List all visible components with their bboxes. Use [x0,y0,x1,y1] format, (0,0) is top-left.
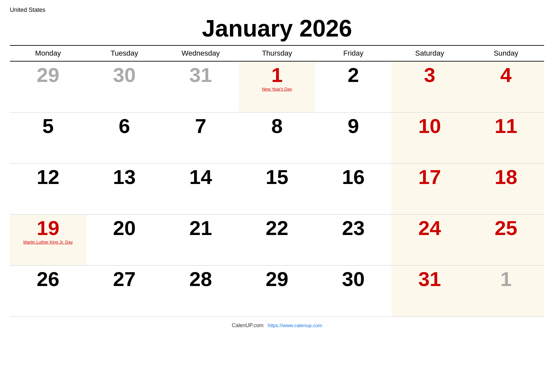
footer-url[interactable]: https://www.calenup.com [268,323,322,328]
day-number: 14 [189,167,212,187]
day-number: 13 [113,167,136,187]
day-number: 9 [348,116,359,136]
day-number: 19 [37,218,60,238]
day-number: 28 [189,269,212,289]
day-number: 30 [342,269,365,289]
day-number: 4 [500,65,512,85]
calendar-cell: 21 [163,214,239,265]
calendar-cell: 31 [391,265,468,316]
month-title: January 2026 [10,15,544,42]
calendar-cell: 19Martin Luther King Jr. Day [10,214,86,265]
calendar-cell: 10 [391,112,468,163]
calendar-cell: 28 [163,265,239,316]
calendar-table: MondayTuesdayWednesdayThursdayFridaySatu… [10,45,544,317]
day-of-week-header: Monday [10,45,86,61]
calendar-cell: 24 [391,214,468,265]
day-of-week-header: Friday [315,45,391,61]
calendar-cell: 7 [163,112,239,163]
calendar-cell: 29 [10,61,86,112]
calendar-week-row: 567891011 [10,112,544,163]
day-number: 7 [195,116,206,136]
calendar-cell: 9 [315,112,391,163]
calendar-cell: 12 [10,163,86,214]
calendar-cell: 8 [239,112,315,163]
calendar-cell: 25 [468,214,544,265]
calendar-cell: 29 [239,265,315,316]
day-number: 27 [113,269,136,289]
calendar-cell: 27 [86,265,163,316]
footer: CalenUP.com https://www.calenup.com [10,323,544,328]
day-number: 26 [37,269,60,289]
day-number: 30 [113,65,136,85]
calendar-week-row: 2627282930311 [10,265,544,316]
day-number: 23 [342,218,365,238]
day-header-row: MondayTuesdayWednesdayThursdayFridaySatu… [10,45,544,61]
day-number: 17 [418,167,441,187]
calendar-cell: 16 [315,163,391,214]
calendar-cell: 14 [163,163,239,214]
holiday-label: Martin Luther King Jr. Day [23,240,73,245]
calendar-cell: 26 [10,265,86,316]
calendar-week-row: 19Martin Luther King Jr. Day202122232425 [10,214,544,265]
day-of-week-header: Saturday [391,45,468,61]
calendar-cell: 30 [86,61,163,112]
holiday-label: New Year's Day [262,87,292,91]
calendar-cell: 13 [86,163,163,214]
day-number: 8 [271,116,283,136]
day-number: 11 [495,116,517,136]
day-number: 3 [424,65,435,85]
day-number: 31 [189,65,212,85]
day-number: 5 [42,116,54,136]
calendar-cell: 11 [468,112,544,163]
calendar-cell: 15 [239,163,315,214]
day-number: 1 [271,65,283,85]
calendar-cell: 22 [239,214,315,265]
day-of-week-header: Thursday [239,45,315,61]
calendar-cell: 20 [86,214,163,265]
day-number: 31 [418,269,441,289]
day-number: 29 [37,65,60,85]
day-number: 29 [266,269,289,289]
day-number: 12 [37,167,60,187]
calendar-cell: 1 [468,265,544,316]
calendar-cell: 3 [391,61,468,112]
calendar-cell: 1New Year's Day [239,61,315,112]
day-number: 6 [119,116,130,136]
day-number: 1 [500,269,512,289]
calendar-cell: 17 [391,163,468,214]
day-number: 15 [266,167,289,187]
calendar-week-row: 2930311New Year's Day234 [10,61,544,112]
calendar-cell: 6 [86,112,163,163]
day-number: 18 [495,167,517,187]
calendar-cell: 2 [315,61,391,112]
day-number: 16 [342,167,365,187]
day-number: 22 [266,218,289,238]
calendar-cell: 31 [163,61,239,112]
calendar-cell: 18 [468,163,544,214]
calendar-cell: 30 [315,265,391,316]
footer-brand: CalenUP.com [232,323,264,328]
day-number: 2 [348,65,359,85]
day-of-week-header: Sunday [468,45,544,61]
day-number: 21 [189,218,212,238]
day-number: 10 [418,116,441,136]
calendar-cell: 4 [468,61,544,112]
country-label: United States [10,7,544,13]
calendar-cell: 5 [10,112,86,163]
day-number: 20 [113,218,136,238]
calendar-cell: 23 [315,214,391,265]
day-of-week-header: Wednesday [163,45,239,61]
calendar-week-row: 12131415161718 [10,163,544,214]
day-number: 24 [418,218,441,238]
day-number: 25 [495,218,517,238]
day-of-week-header: Tuesday [86,45,163,61]
